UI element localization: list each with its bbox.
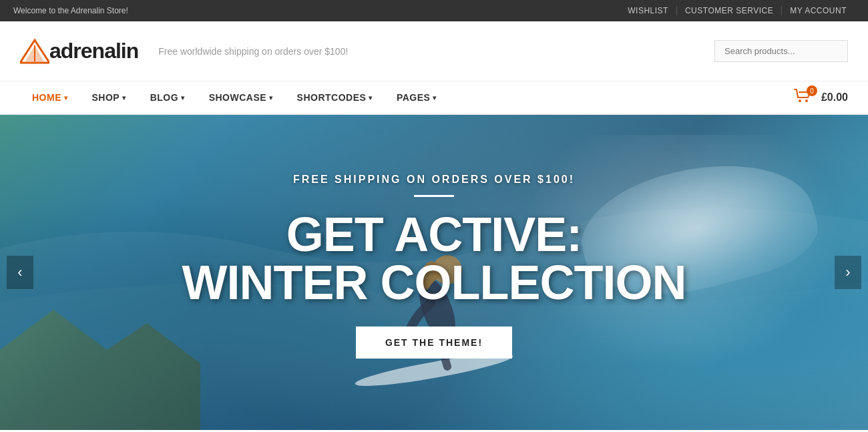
nav-links: HOME ▾ SHOP ▾ BLOG ▾ SHOWCASE ▾ SHORTCOD… xyxy=(20,83,449,112)
top-bar-links: WISHLIST CUSTOMER SERVICE MY ACCOUNT xyxy=(620,6,855,15)
cart-count: 0 xyxy=(807,85,817,96)
chevron-down-icon: ▾ xyxy=(433,94,437,101)
nav-item-home[interactable]: HOME ▾ xyxy=(20,83,80,112)
chevron-down-icon: ▾ xyxy=(181,94,185,101)
nav-item-blog[interactable]: BLOG ▾ xyxy=(138,83,197,112)
site-header: adrenalin Free worldwide shipping on ord… xyxy=(0,21,868,81)
hero-subtitle: FREE SHIPPING ON ORDERS OVER $100! xyxy=(293,174,575,186)
hero-divider xyxy=(414,195,454,197)
logo-text: adrenalin xyxy=(49,39,138,63)
chevron-down-icon: ▾ xyxy=(64,94,68,101)
hero-content: FREE SHIPPING ON ORDERS OVER $100! GET A… xyxy=(0,115,868,430)
customer-service-link[interactable]: CUSTOMER SERVICE xyxy=(677,6,782,15)
top-bar: Welcome to the Adrenalin Store! WISHLIST… xyxy=(0,0,868,21)
nav-item-shortcodes[interactable]: SHORTCODES ▾ xyxy=(285,83,385,112)
wishlist-link[interactable]: WISHLIST xyxy=(620,6,677,15)
svg-point-4 xyxy=(805,99,808,102)
header-tagline: Free worldwide shipping on orders over $… xyxy=(158,46,348,57)
cart-total: £0.00 xyxy=(821,91,848,103)
nav-item-showcase[interactable]: SHOWCASE ▾ xyxy=(197,83,285,112)
hero-section: ‹ › FREE SHIPPING ON ORDERS OVER $100! G… xyxy=(0,115,868,430)
chevron-down-icon: ▾ xyxy=(269,94,273,101)
nav-item-pages[interactable]: PAGES ▾ xyxy=(385,83,449,112)
my-account-link[interactable]: MY ACCOUNT xyxy=(782,6,855,15)
logo-icon xyxy=(20,39,49,64)
hero-next-arrow[interactable]: › xyxy=(835,256,861,289)
cart-area[interactable]: 0 £0.00 xyxy=(793,88,848,107)
welcome-message: Welcome to the Adrenalin Store! xyxy=(13,6,128,15)
logo-section: adrenalin Free worldwide shipping on ord… xyxy=(20,39,348,64)
hero-cta-button[interactable]: GET THE THEME! xyxy=(356,327,512,359)
nav-item-shop[interactable]: SHOP ▾ xyxy=(80,83,138,112)
hero-title: GET ACTIVE: WINTER COLLECTION xyxy=(182,210,686,306)
search-input[interactable] xyxy=(714,40,848,62)
main-nav: HOME ▾ SHOP ▾ BLOG ▾ SHOWCASE ▾ SHORTCOD… xyxy=(0,81,868,115)
chevron-down-icon: ▾ xyxy=(122,94,126,101)
hero-prev-arrow[interactable]: ‹ xyxy=(7,256,33,289)
cart-icon[interactable]: 0 xyxy=(793,88,812,107)
chevron-down-icon: ▾ xyxy=(369,94,373,101)
svg-point-3 xyxy=(799,99,801,102)
